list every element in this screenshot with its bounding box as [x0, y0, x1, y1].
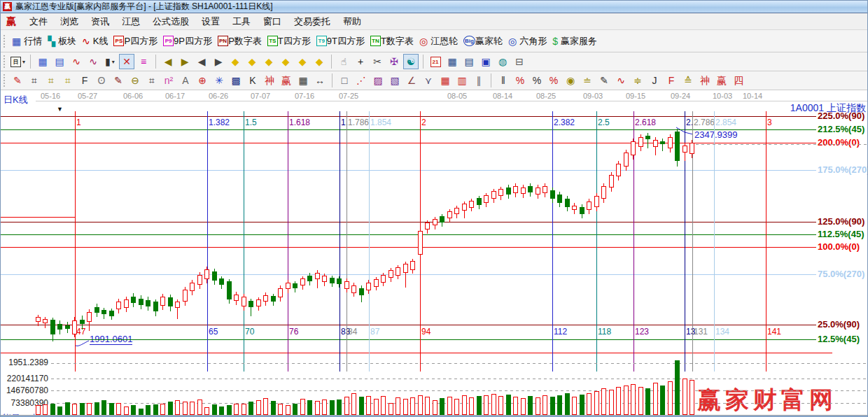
volume-bar[interactable] [234, 404, 239, 415]
candle-body[interactable] [366, 283, 371, 290]
analysis-icon[interactable]: ☯ [403, 54, 419, 69]
candle-body[interactable] [536, 188, 540, 195]
number-grid-icon[interactable]: ▦ [295, 73, 311, 88]
candle-body[interactable] [440, 216, 444, 222]
candle-body[interactable] [374, 279, 379, 287]
quotes-button[interactable]: ▦行情 [12, 35, 42, 48]
candle-body[interactable] [204, 269, 209, 279]
menu-item-窗口[interactable]: 窗口 [257, 14, 288, 29]
volume-profile-icon[interactable]: ≡ [136, 54, 151, 69]
candle-body[interactable] [248, 301, 253, 307]
candle-body[interactable] [322, 276, 327, 282]
candle-body[interactable] [454, 208, 459, 214]
volume-bar[interactable] [381, 396, 386, 415]
candle-body[interactable] [271, 296, 276, 302]
candle-body[interactable] [57, 324, 62, 330]
candle-body[interactable] [631, 141, 636, 155]
star-icon[interactable]: ✳ [211, 73, 227, 88]
candle-body[interactable] [80, 320, 85, 324]
volume-bar[interactable] [410, 397, 415, 415]
candle-body[interactable] [462, 204, 467, 211]
volume-bar[interactable] [454, 399, 459, 415]
winner-service-button[interactable]: $赢家服务 [552, 35, 597, 48]
percent-line-icon[interactable]: % [512, 73, 528, 88]
candle-body[interactable] [403, 264, 408, 273]
volume-bar[interactable] [668, 381, 673, 415]
angle-rays-icon[interactable]: ∠ [404, 73, 419, 88]
volume-bar[interactable] [513, 397, 518, 415]
first-bar-icon[interactable]: ◀ [160, 54, 176, 69]
volume-bar[interactable] [351, 393, 356, 415]
volume-bar[interactable] [102, 400, 106, 415]
volume-bar[interactable] [263, 398, 268, 415]
candle-body[interactable] [87, 312, 92, 322]
candle-body[interactable] [616, 164, 621, 176]
shen-grid-icon[interactable]: 神 [262, 73, 277, 88]
volume-bar[interactable] [72, 404, 77, 415]
menu-item-浏览[interactable]: 浏览 [54, 14, 85, 29]
candle-body[interactable] [330, 278, 335, 283]
check-lines-icon[interactable]: ⋎ [421, 73, 436, 88]
candle-body[interactable] [300, 278, 305, 285]
candle-body[interactable] [477, 198, 482, 205]
volume-bar[interactable] [131, 405, 136, 415]
volume-bar[interactable] [638, 387, 643, 415]
volume-bar[interactable] [528, 396, 533, 415]
candle-body[interactable] [344, 281, 349, 289]
volume-bar[interactable] [227, 405, 232, 415]
volume-bar[interactable] [212, 404, 217, 415]
candle-body[interactable] [396, 267, 400, 276]
pen2-icon[interactable]: ✎ [111, 73, 126, 88]
9t-square-button[interactable]: T99T四方形 [316, 35, 365, 48]
volume-bar[interactable] [616, 387, 621, 415]
candle-body[interactable] [587, 202, 592, 210]
volume-bar[interactable] [682, 379, 687, 415]
candle-body[interactable] [286, 283, 290, 289]
volume-bar[interactable] [190, 402, 195, 415]
sectors-button[interactable]: ▚板块 [48, 35, 76, 48]
candle-body[interactable] [381, 275, 386, 283]
menu-item-设置[interactable]: 设置 [195, 14, 226, 29]
candle-body[interactable] [153, 302, 158, 311]
candle-body[interactable] [175, 302, 180, 308]
candle-body[interactable] [513, 186, 518, 193]
volume-bar[interactable] [153, 404, 158, 415]
volume-bar[interactable] [94, 402, 99, 415]
volume-bar[interactable] [139, 409, 144, 415]
candle-body[interactable] [660, 141, 665, 144]
candle-body[interactable] [278, 288, 283, 297]
gold-circle-icon[interactable]: ◉ [563, 73, 578, 88]
menu-item-公式选股[interactable]: 公式选股 [146, 14, 195, 29]
kline-9-icon[interactable]: ∿ [85, 54, 101, 69]
volume-bar[interactable] [675, 360, 680, 415]
menu-item-工具[interactable]: 工具 [226, 14, 257, 29]
candle-body[interactable] [102, 310, 106, 314]
volume-bar[interactable] [506, 395, 511, 415]
volume-bar[interactable] [300, 399, 305, 415]
volume-bar[interactable] [447, 397, 452, 415]
volume-bar[interactable] [396, 397, 400, 415]
angle-mark-icon[interactable]: A [178, 73, 193, 88]
candle-body[interactable] [183, 290, 188, 302]
next-bar-icon[interactable]: ▶ [211, 54, 226, 69]
volume-bar[interactable] [160, 404, 165, 415]
gann-wheel-button[interactable]: ◎江恩轮 [419, 35, 458, 48]
volume-bar[interactable] [65, 402, 70, 415]
candle-body[interactable] [94, 307, 99, 313]
volume-bar[interactable] [653, 383, 658, 415]
volume-bar[interactable] [477, 396, 482, 415]
volume-bar[interactable] [425, 397, 430, 415]
candle-body[interactable] [351, 285, 356, 293]
candle-body[interactable] [388, 270, 393, 278]
candle-body[interactable] [557, 195, 562, 203]
slash-lines-icon[interactable]: ∥ [471, 73, 486, 88]
annotation-tool-icon[interactable]: ✠ [386, 54, 402, 69]
percent-icon[interactable]: % [529, 73, 545, 88]
candle-body[interactable] [43, 319, 48, 323]
candle-body[interactable] [506, 188, 511, 195]
volume-bar[interactable] [109, 403, 114, 415]
volume-bar[interactable] [322, 400, 327, 415]
candle-body[interactable] [572, 206, 577, 210]
box-net-icon[interactable]: ▧ [387, 73, 402, 88]
candle-body[interactable] [65, 325, 70, 329]
